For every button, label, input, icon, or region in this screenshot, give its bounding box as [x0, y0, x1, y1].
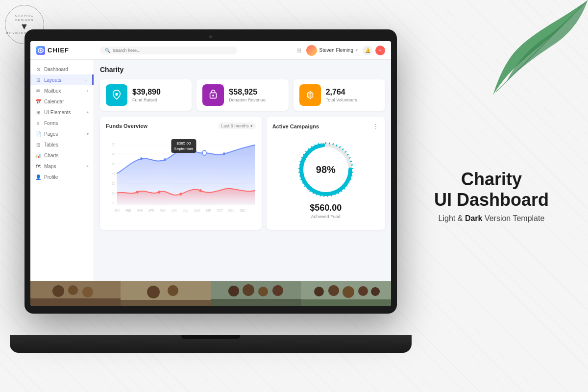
funds-overview-card: Funds Overview Last 6 months ▾: [100, 117, 262, 230]
sidebar-item-mailbox[interactable]: ✉ Mailbox +: [30, 85, 94, 96]
funds-chart-filter[interactable]: Last 6 months ▾: [218, 122, 256, 129]
svg-line-84: [301, 157, 303, 158]
notification-icon-btn[interactable]: 🔔: [363, 46, 372, 55]
sidebar-item-forms[interactable]: ≡ Forms: [30, 118, 94, 128]
sidebar-item-charts[interactable]: 📊 Charts: [30, 150, 94, 161]
mailbox-icon: ✉: [35, 88, 41, 94]
sidebar-item-ui-elements[interactable]: ⊞ UI Elements +: [30, 107, 94, 118]
svg-text:70: 70: [112, 142, 115, 147]
grid-view-icon[interactable]: ⊞: [296, 47, 301, 54]
sidebar-item-maps[interactable]: 🗺 Maps +: [30, 161, 94, 172]
avatar: [306, 45, 317, 56]
volunteers-icon-box: [299, 84, 321, 106]
sidebar-item-layouts[interactable]: ⊡ Layouts +: [30, 74, 94, 85]
volunteers-label: Total Volunteers: [326, 98, 357, 102]
forms-icon: ≡: [35, 120, 41, 126]
tooltip-box: $385.00 September: [171, 139, 196, 153]
svg-line-57: [351, 165, 353, 165]
svg-point-109: [328, 285, 339, 296]
svg-line-79: [299, 176, 301, 176]
sidebar: ⊙ Dashboard ⊡ Layouts + ✉ Mailbox + 📅: [30, 60, 94, 281]
logo-text: CHIEF: [48, 47, 69, 54]
stat-card-donation: $58,925 Donation Revenue: [196, 79, 288, 111]
svg-point-98: [147, 286, 160, 298]
dashboard-icon: ⊙: [35, 66, 41, 72]
sidebar-label-dashboard: Dashboard: [44, 67, 68, 72]
funds-chart-area: $385.00 September: [106, 134, 256, 215]
svg-text:FEB: FEB: [125, 208, 131, 212]
sidebar-item-tables[interactable]: ⊟ Tables: [30, 139, 94, 150]
svg-rect-96: [30, 298, 121, 306]
donut-percent: 98%: [316, 164, 336, 175]
svg-point-94: [68, 285, 78, 295]
charts-icon: 📊: [35, 152, 41, 158]
svg-point-29: [136, 191, 139, 194]
svg-text:MAY: MAY: [160, 208, 166, 212]
svg-rect-100: [121, 300, 211, 306]
donut-center: 98%: [316, 164, 336, 175]
svg-line-68: [331, 195, 332, 196]
camera-dot: [209, 35, 212, 38]
sidebar-item-calendar[interactable]: 📅 Calendar: [30, 96, 94, 107]
svg-line-55: [349, 157, 351, 158]
svg-line-83: [300, 161, 302, 162]
campaigns-menu-icon[interactable]: ⋮: [372, 122, 379, 130]
donut-container: 98%: [296, 140, 355, 199]
volunteers-info: 2,764 Total Volunteers: [326, 88, 357, 102]
close-btn[interactable]: ×: [375, 46, 385, 55]
svg-line-74: [310, 190, 311, 192]
stats-row: $39,890 Fund Raised: [100, 79, 385, 111]
achieved-label: Achieved Fund: [311, 214, 341, 219]
maps-icon: 🗺: [35, 163, 41, 169]
ui-elements-icon: ⊞: [35, 109, 41, 115]
svg-line-90: [318, 143, 318, 145]
chart-tooltip: $385.00 September: [171, 139, 196, 153]
svg-line-64: [343, 188, 345, 189]
svg-point-27: [223, 152, 225, 155]
profile-icon: 👤: [35, 174, 41, 180]
svg-text:10: 10: [112, 200, 115, 205]
sidebar-item-profile[interactable]: 👤 Profile: [30, 172, 94, 182]
laptop: CHIEF 🔍 ⊞ Steven Fleming ▾ 🔔 ×: [24, 29, 397, 353]
logo-area: CHIEF: [36, 46, 100, 55]
stat-card-fund-raised: $39,890 Fund Raised: [100, 79, 192, 111]
svg-line-76: [304, 185, 306, 186]
svg-text:DEC: DEC: [240, 208, 245, 212]
svg-text:NOV: NOV: [228, 208, 235, 212]
sidebar-item-pages[interactable]: 📄 Pages ▾: [30, 128, 94, 139]
svg-text:JUN: JUN: [172, 208, 177, 212]
sidebar-label-calendar: Calendar: [44, 99, 64, 104]
sidebar-label-pages: Pages: [44, 131, 58, 137]
svg-rect-106: [211, 299, 301, 306]
svg-point-99: [168, 285, 178, 296]
sidebar-label-forms: Forms: [44, 121, 58, 126]
photo-item-3: [211, 281, 301, 306]
laptop-base: [10, 335, 412, 353]
right-panel: Charity UI Dashboard Light & Dark Versio…: [434, 169, 549, 223]
sidebar-label-tables: Tables: [44, 142, 58, 147]
funds-chart-header: Funds Overview Last 6 months ▾: [106, 122, 256, 129]
user-name: Steven Fleming: [319, 48, 353, 53]
svg-line-0: [496, 0, 588, 92]
search-input[interactable]: [113, 48, 232, 53]
svg-line-51: [339, 147, 340, 148]
svg-line-77: [302, 182, 303, 183]
search-bar[interactable]: 🔍: [100, 47, 237, 54]
page-title: Charity: [100, 66, 385, 74]
ui-dashboard-title: UI Dashboard: [434, 190, 549, 210]
donut-wrapper: 98% $560.00 Achieved Fund: [272, 135, 379, 224]
user-info[interactable]: Steven Fleming ▾: [306, 45, 358, 56]
svg-text:APR: APR: [148, 208, 154, 212]
svg-line-72: [317, 194, 317, 196]
sidebar-item-dashboard[interactable]: ⊙ Dashboard: [30, 64, 94, 74]
photo-item-2: [121, 281, 211, 306]
donation-label: Donation Revenue: [229, 98, 266, 102]
svg-point-24: [164, 158, 166, 161]
donation-icon-box: [202, 84, 224, 106]
svg-point-104: [258, 287, 268, 296]
svg-line-86: [305, 151, 307, 153]
layouts-icon: ⊡: [35, 77, 41, 83]
svg-line-88: [311, 147, 312, 148]
dashboard-layout: ⊙ Dashboard ⊡ Layouts + ✉ Mailbox + 📅: [30, 60, 391, 281]
campaigns-card: Active Campaigns ⋮: [267, 117, 385, 230]
